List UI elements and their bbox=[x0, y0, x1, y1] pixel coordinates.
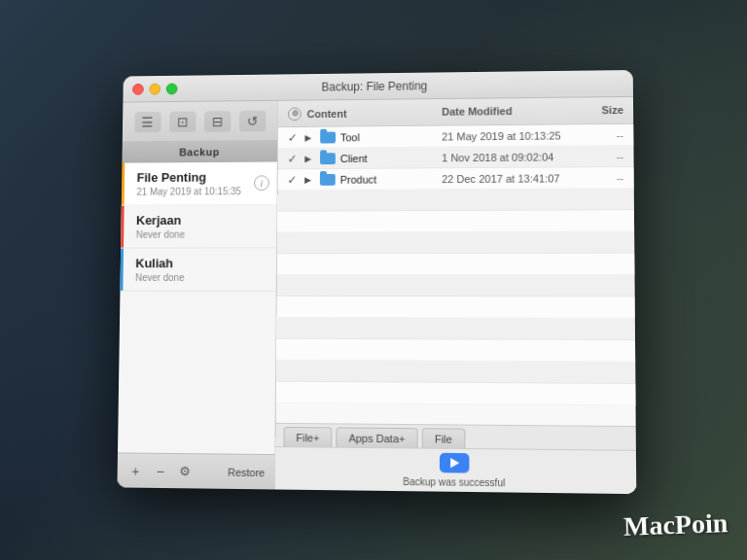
folder-icon bbox=[319, 172, 337, 186]
file-date: 22 Dec 2017 at 13:41:07 bbox=[442, 172, 584, 185]
sidebar-item-date: Never done bbox=[135, 272, 267, 283]
minimize-button[interactable] bbox=[149, 83, 160, 94]
sidebar-icon-4[interactable]: ↺ bbox=[238, 110, 266, 131]
restore-button[interactable]: Restore bbox=[228, 466, 265, 478]
window-title: Backup: File Penting bbox=[321, 79, 427, 93]
sidebar-item-date: 21 May 2019 at 10:15:35 bbox=[136, 186, 267, 197]
traffic-lights bbox=[132, 83, 177, 94]
empty-row bbox=[277, 275, 635, 297]
watermark: MacPoin bbox=[622, 508, 728, 542]
settings-icon[interactable]: ⚙ bbox=[288, 107, 302, 121]
sidebar-item-kerjaan[interactable]: Kerjaan Never done bbox=[121, 205, 276, 249]
header-columns: ⚙ Content Date Modified Size bbox=[288, 103, 623, 120]
play-button[interactable] bbox=[439, 453, 468, 473]
maximize-button[interactable] bbox=[166, 83, 178, 94]
tab-apps-data[interactable]: Apps Data+ bbox=[336, 427, 417, 447]
sidebar-icon-1[interactable]: ☰ bbox=[134, 111, 160, 132]
expand-icon[interactable]: ▶ bbox=[304, 132, 316, 142]
file-size: -- bbox=[585, 172, 624, 184]
folder-icon bbox=[319, 130, 337, 144]
file-name: Client bbox=[340, 152, 442, 164]
empty-row bbox=[277, 254, 635, 275]
sidebar: ☰ ⊡ ⊟ ↺ Backup File Penting 21 May 2019 … bbox=[117, 101, 278, 490]
sidebar-item-date: Never done bbox=[136, 229, 267, 240]
file-row-client[interactable]: ✓ ▶ Client 1 Nov 2018 at 09:02:04 -- bbox=[278, 146, 634, 170]
sidebar-item-name: Kuliah bbox=[135, 256, 267, 270]
sidebar-icon-3[interactable]: ⊟ bbox=[203, 111, 230, 132]
info-icon[interactable]: i bbox=[254, 175, 269, 191]
sidebar-footer: + − ⚙ Restore bbox=[117, 452, 274, 489]
col-header-date: Date Modified bbox=[442, 104, 584, 119]
check-icon: ✓ bbox=[287, 173, 301, 187]
file-date: 1 Nov 2018 at 09:02:04 bbox=[442, 151, 584, 163]
empty-row bbox=[277, 297, 635, 319]
sidebar-item-name: Kerjaan bbox=[136, 213, 267, 228]
file-row-product[interactable]: ✓ ▶ Product 22 Dec 2017 at 13:41:07 -- bbox=[278, 167, 634, 191]
empty-row bbox=[277, 231, 634, 254]
check-icon: ✓ bbox=[288, 130, 302, 144]
close-button[interactable] bbox=[132, 83, 144, 94]
sidebar-item-name: File Penting bbox=[137, 169, 267, 185]
title-bar: Backup: File Penting bbox=[123, 70, 633, 103]
empty-row bbox=[276, 318, 635, 340]
content-header: ⚙ Content Date Modified Size bbox=[278, 97, 633, 127]
col-header-content: ⚙ Content bbox=[288, 105, 442, 120]
empty-row bbox=[276, 339, 635, 363]
content-footer: Backup was successful bbox=[275, 446, 636, 494]
play-icon bbox=[450, 458, 459, 468]
accent-bar bbox=[121, 206, 124, 248]
app-window: Backup: File Penting ☰ ⊡ ⊟ ↺ Backup File… bbox=[117, 70, 636, 494]
remove-backup-button[interactable]: − bbox=[152, 462, 169, 479]
file-name: Product bbox=[340, 173, 443, 186]
empty-row bbox=[276, 382, 636, 406]
sidebar-backup-label: Backup bbox=[122, 141, 277, 163]
main-area: ☰ ⊡ ⊟ ↺ Backup File Penting 21 May 2019 … bbox=[117, 97, 636, 494]
accent-bar bbox=[122, 163, 125, 205]
file-date: 21 May 2019 at 10:13:25 bbox=[442, 129, 584, 142]
content-tabs: File+ Apps Data+ File bbox=[275, 423, 635, 450]
expand-icon[interactable]: ▶ bbox=[304, 154, 316, 163]
sidebar-icon-2[interactable]: ⊡ bbox=[169, 111, 196, 132]
accent-bar bbox=[120, 249, 124, 291]
tab-file[interactable]: File bbox=[422, 428, 465, 448]
content-area: ⚙ Content Date Modified Size ✓ ▶ Tool 21… bbox=[275, 97, 636, 494]
col-header-size: Size bbox=[584, 103, 623, 117]
empty-row bbox=[277, 210, 634, 232]
file-list: ✓ ▶ Tool 21 May 2019 at 10:13:25 -- ✓ ▶ … bbox=[276, 124, 636, 426]
expand-icon[interactable]: ▶ bbox=[304, 175, 316, 185]
empty-row bbox=[277, 189, 634, 212]
folder-icon bbox=[319, 152, 337, 165]
sidebar-item-file-penting[interactable]: File Penting 21 May 2019 at 10:15:35 i bbox=[122, 162, 277, 206]
gear-icon[interactable]: ⚙ bbox=[176, 463, 194, 480]
sidebar-toolbar: ☰ ⊡ ⊟ ↺ bbox=[123, 101, 278, 142]
add-backup-button[interactable]: + bbox=[126, 462, 144, 479]
check-icon: ✓ bbox=[288, 152, 302, 165]
tab-file-plus[interactable]: File+ bbox=[283, 427, 332, 447]
file-row-tool[interactable]: ✓ ▶ Tool 21 May 2019 at 10:13:25 -- bbox=[278, 124, 633, 149]
file-size: -- bbox=[584, 128, 623, 140]
status-text: Backup was successful bbox=[403, 476, 505, 489]
file-name: Tool bbox=[340, 130, 442, 143]
file-size: -- bbox=[584, 150, 623, 161]
sidebar-footer-left: + − ⚙ bbox=[126, 462, 194, 480]
sidebar-items: File Penting 21 May 2019 at 10:15:35 i K… bbox=[118, 162, 277, 455]
sidebar-item-kuliah[interactable]: Kuliah Never done bbox=[120, 248, 276, 292]
empty-row bbox=[276, 361, 635, 384]
